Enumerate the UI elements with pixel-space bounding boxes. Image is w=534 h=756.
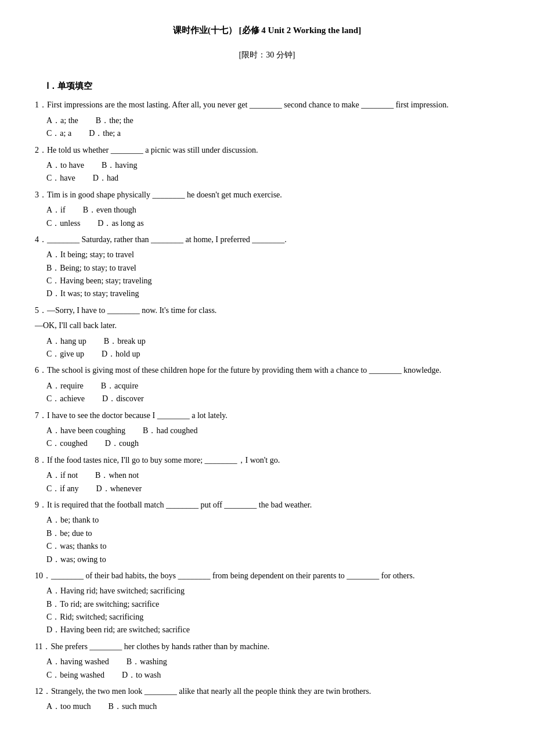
question-6-options: A．require B．acquire C．achieve D．discover [46, 380, 499, 406]
option-8a: A．if not [46, 469, 78, 482]
option-row: C．unless D．as long as [46, 217, 499, 230]
question-3: 3．Tim is in good shape physically ______… [35, 189, 499, 230]
option-9d: D．was; owing to [46, 553, 499, 566]
option-12a: A．too much [46, 700, 91, 713]
option-7b: B．had coughed [143, 424, 197, 437]
option-5a: A．hang up [46, 335, 86, 348]
option-2b: B．having [102, 159, 137, 172]
option-3b: B．even though [83, 204, 136, 217]
question-7-options: A．have been coughing B．had coughed C．cou… [46, 424, 499, 451]
option-3d: D．as long as [98, 217, 143, 230]
question-11-text: 11．She prefers ________ her clothes by h… [35, 640, 499, 653]
option-row: A．having washed B．washing [46, 656, 499, 668]
option-6c: C．achieve [46, 393, 85, 405]
question-2-options: A．to have B．having C．have D．had [46, 159, 499, 185]
option-11b: B．washing [127, 656, 167, 668]
option-row: A．to have B．having [46, 159, 499, 172]
option-row: C．if any D．whenever [46, 483, 499, 495]
option-8c: C．if any [46, 483, 79, 495]
question-5-options: A．hang up B．break up C．give up D．hold up [46, 335, 499, 361]
option-10b: B．To rid; are switching; sacrifice [46, 598, 499, 611]
option-3c: C．unless [46, 217, 80, 230]
option-row: C．being washed D．to wash [46, 669, 499, 682]
option-3a: A．if [46, 204, 66, 217]
question-7-text: 7．I have to see the doctor because I ___… [35, 409, 499, 422]
question-10-text: 10．________ of their bad habits, the boy… [35, 570, 499, 582]
time-limit: [限时：30 分钟] [35, 49, 499, 62]
option-7a: A．have been coughing [46, 424, 125, 437]
option-10d: D．Having been rid; are switched; sacrifi… [46, 624, 499, 636]
option-row: A．have been coughing B．had coughed [46, 424, 499, 437]
question-6: 6．The school is giving most of these chi… [35, 364, 499, 405]
question-10-options: A．Having rid; have switched; sacrificing… [46, 585, 499, 637]
option-5b: B．break up [104, 335, 146, 348]
option-row: A．a; the B．the; the [46, 114, 499, 127]
option-12b: B．such much [109, 700, 157, 713]
option-1b: B．the; the [96, 114, 134, 127]
option-1d: D．the; a [89, 127, 121, 140]
question-3-options: A．if B．even though C．unless D．as long as [46, 204, 499, 230]
option-2c: C．have [46, 172, 75, 185]
option-2d: D．had [93, 172, 118, 185]
option-row: A．if not B．when not [46, 469, 499, 482]
option-11d: D．to wash [122, 669, 161, 682]
option-row: C．a; a D．the; a [46, 127, 499, 140]
option-6d: D．discover [102, 393, 144, 405]
question-2: 2．He told us whether ________ a picnic w… [35, 144, 499, 185]
option-row: C．have D．had [46, 172, 499, 185]
option-9a: A．be; thank to [46, 514, 499, 527]
question-11-options: A．having washed B．washing C．being washed… [46, 656, 499, 682]
option-row: C．give up D．hold up [46, 348, 499, 361]
question-5-extra: —OK, I'll call back later. [35, 319, 499, 332]
question-3-text: 3．Tim is in good shape physically ______… [35, 189, 499, 201]
question-9-text: 9．It is required that the football match… [35, 499, 499, 512]
option-4c: C．Having been; stay; traveling [46, 275, 499, 287]
option-8d: D．whenever [96, 483, 142, 495]
title: 课时作业(十七） [必修 4 Unit 2 Working the land] [35, 23, 499, 37]
question-4-text: 4．________ Saturday, rather than _______… [35, 233, 499, 246]
option-4b: B．Being; to stay; to travel [46, 262, 499, 275]
option-4d: D．It was; to stay; traveling [46, 287, 499, 300]
question-11: 11．She prefers ________ her clothes by h… [35, 640, 499, 682]
question-8-text: 8．If the food tastes nice, I'll go to bu… [35, 454, 499, 467]
questions-container: 1．First impressions are the most lasting… [35, 99, 499, 713]
question-1-options: A．a; the B．the; the C．a; a D．the; a [46, 114, 499, 141]
option-1a: A．a; the [46, 114, 78, 127]
question-1-text: 1．First impressions are the most lasting… [35, 99, 499, 111]
question-12-text: 12．Strangely, the two men look ________ … [35, 685, 499, 698]
option-row: A．if B．even though [46, 204, 499, 217]
option-5d: D．hold up [102, 348, 140, 361]
option-row: A．hang up B．break up [46, 335, 499, 348]
option-row: C．achieve D．discover [46, 393, 499, 405]
option-10c: C．Rid; switched; sacrificing [46, 611, 499, 624]
question-9-options: A．be; thank to B．be; due to C．was; thank… [46, 514, 499, 566]
section1-title: Ⅰ．单项填空 [46, 79, 499, 93]
question-4: 4．________ Saturday, rather than _______… [35, 233, 499, 301]
option-7d: D．cough [105, 437, 139, 450]
option-1c: C．a; a [46, 127, 71, 140]
option-7c: C．coughed [46, 437, 88, 450]
option-5c: C．give up [46, 348, 84, 361]
question-5-text: 5．—Sorry, I have to ________ now. It's t… [35, 304, 499, 317]
option-9b: B．be; due to [46, 527, 499, 540]
question-8: 8．If the food tastes nice, I'll go to bu… [35, 454, 499, 495]
question-8-options: A．if not B．when not C．if any D．whenever [46, 469, 499, 495]
question-12-options: A．too much B．such much [46, 700, 499, 713]
question-4-options: A．It being; stay; to travel B．Being; to … [46, 249, 499, 301]
question-2-text: 2．He told us whether ________ a picnic w… [35, 144, 499, 157]
option-row: C．coughed D．cough [46, 437, 499, 450]
question-12: 12．Strangely, the two men look ________ … [35, 685, 499, 714]
option-11a: A．having washed [46, 656, 109, 668]
question-10: 10．________ of their bad habits, the boy… [35, 570, 499, 637]
option-row: A．too much B．such much [46, 700, 499, 713]
option-9c: C．was; thanks to [46, 540, 499, 553]
question-7: 7．I have to see the doctor because I ___… [35, 409, 499, 451]
option-4a: A．It being; stay; to travel [46, 249, 499, 261]
question-9: 9．It is required that the football match… [35, 499, 499, 566]
option-10a: A．Having rid; have switched; sacrificing [46, 585, 499, 597]
question-6-text: 6．The school is giving most of these chi… [35, 364, 499, 377]
option-11c: C．being washed [46, 669, 104, 682]
question-1: 1．First impressions are the most lasting… [35, 99, 499, 140]
option-2a: A．to have [46, 159, 84, 172]
option-6b: B．acquire [101, 380, 139, 393]
